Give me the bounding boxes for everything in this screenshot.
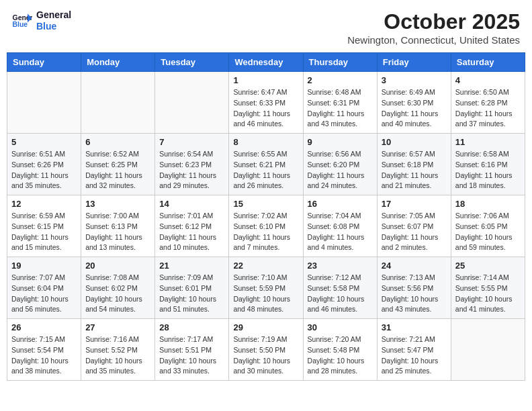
location: Newington, Connecticut, United States bbox=[347, 34, 520, 46]
weekday-header: Wednesday bbox=[229, 53, 303, 72]
day-info: Sunrise: 7:19 AMSunset: 5:50 PMDaylight:… bbox=[233, 334, 298, 377]
day-number: 13 bbox=[85, 199, 150, 209]
day-number: 16 bbox=[308, 199, 373, 209]
svg-text:Blue: Blue bbox=[13, 21, 28, 28]
day-info: Sunrise: 7:17 AMSunset: 5:51 PMDaylight:… bbox=[159, 334, 224, 377]
calendar-week-row: 26Sunrise: 7:15 AMSunset: 5:54 PMDayligh… bbox=[7, 319, 525, 381]
calendar-week-row: 12Sunrise: 6:59 AMSunset: 6:15 PMDayligh… bbox=[7, 195, 525, 257]
day-number: 8 bbox=[233, 137, 298, 147]
calendar-cell: 15Sunrise: 7:02 AMSunset: 6:10 PMDayligh… bbox=[229, 195, 303, 257]
day-number: 25 bbox=[455, 261, 521, 271]
calendar-cell bbox=[451, 319, 525, 381]
weekday-header: Saturday bbox=[451, 53, 525, 72]
calendar-cell: 9Sunrise: 6:56 AMSunset: 6:20 PMDaylight… bbox=[303, 134, 377, 195]
day-info: Sunrise: 6:50 AMSunset: 6:28 PMDaylight:… bbox=[455, 87, 521, 130]
day-info: Sunrise: 7:05 AMSunset: 6:07 PMDaylight:… bbox=[382, 211, 447, 253]
calendar-cell: 29Sunrise: 7:19 AMSunset: 5:50 PMDayligh… bbox=[229, 319, 303, 381]
calendar-cell bbox=[7, 72, 81, 134]
calendar-cell: 22Sunrise: 7:10 AMSunset: 5:59 PMDayligh… bbox=[229, 257, 303, 319]
calendar-cell: 14Sunrise: 7:01 AMSunset: 6:12 PMDayligh… bbox=[155, 195, 229, 257]
day-info: Sunrise: 6:49 AMSunset: 6:30 PMDaylight:… bbox=[382, 87, 447, 130]
calendar-cell: 1Sunrise: 6:47 AMSunset: 6:33 PMDaylight… bbox=[229, 72, 303, 134]
calendar-cell: 6Sunrise: 6:52 AMSunset: 6:25 PMDaylight… bbox=[81, 134, 155, 195]
calendar-cell: 17Sunrise: 7:05 AMSunset: 6:07 PMDayligh… bbox=[377, 195, 451, 257]
day-info: Sunrise: 6:54 AMSunset: 6:23 PMDaylight:… bbox=[159, 149, 224, 191]
day-info: Sunrise: 7:06 AMSunset: 6:05 PMDaylight:… bbox=[455, 211, 521, 253]
weekday-header: Thursday bbox=[303, 53, 377, 72]
day-number: 1 bbox=[233, 75, 298, 85]
calendar-cell: 19Sunrise: 7:07 AMSunset: 6:04 PMDayligh… bbox=[7, 257, 81, 319]
calendar-cell: 28Sunrise: 7:17 AMSunset: 5:51 PMDayligh… bbox=[155, 319, 229, 381]
calendar-cell: 26Sunrise: 7:15 AMSunset: 5:54 PMDayligh… bbox=[7, 319, 81, 381]
day-number: 19 bbox=[11, 261, 77, 271]
day-info: Sunrise: 7:20 AMSunset: 5:48 PMDaylight:… bbox=[308, 334, 373, 377]
day-info: Sunrise: 7:08 AMSunset: 6:02 PMDaylight:… bbox=[85, 273, 150, 315]
day-info: Sunrise: 7:12 AMSunset: 5:58 PMDaylight:… bbox=[308, 273, 373, 315]
day-number: 24 bbox=[382, 261, 447, 271]
day-info: Sunrise: 7:00 AMSunset: 6:13 PMDaylight:… bbox=[85, 211, 150, 253]
day-number: 14 bbox=[159, 199, 224, 209]
calendar-cell: 5Sunrise: 6:51 AMSunset: 6:26 PMDaylight… bbox=[7, 134, 81, 195]
calendar-cell: 12Sunrise: 6:59 AMSunset: 6:15 PMDayligh… bbox=[7, 195, 81, 257]
day-number: 15 bbox=[233, 199, 298, 209]
day-number: 6 bbox=[85, 137, 150, 147]
calendar-cell: 8Sunrise: 6:55 AMSunset: 6:21 PMDaylight… bbox=[229, 134, 303, 195]
page-header: General Blue General Blue October 2025 N… bbox=[7, 7, 525, 48]
calendar-cell: 4Sunrise: 6:50 AMSunset: 6:28 PMDaylight… bbox=[451, 72, 525, 134]
day-number: 4 bbox=[455, 75, 521, 85]
day-number: 2 bbox=[308, 75, 373, 85]
day-info: Sunrise: 7:02 AMSunset: 6:10 PMDaylight:… bbox=[233, 211, 298, 253]
day-number: 22 bbox=[233, 261, 298, 271]
calendar-cell: 10Sunrise: 6:57 AMSunset: 6:18 PMDayligh… bbox=[377, 134, 451, 195]
day-number: 27 bbox=[85, 322, 150, 332]
day-info: Sunrise: 7:13 AMSunset: 5:56 PMDaylight:… bbox=[382, 273, 447, 315]
title-block: October 2025 Newington, Connecticut, Uni… bbox=[347, 9, 520, 46]
calendar-header-row: SundayMondayTuesdayWednesdayThursdayFrid… bbox=[7, 53, 525, 72]
calendar-cell: 16Sunrise: 7:04 AMSunset: 6:08 PMDayligh… bbox=[303, 195, 377, 257]
calendar-cell: 20Sunrise: 7:08 AMSunset: 6:02 PMDayligh… bbox=[81, 257, 155, 319]
calendar-cell: 27Sunrise: 7:16 AMSunset: 5:52 PMDayligh… bbox=[81, 319, 155, 381]
day-info: Sunrise: 6:52 AMSunset: 6:25 PMDaylight:… bbox=[85, 149, 150, 191]
calendar-cell: 2Sunrise: 6:48 AMSunset: 6:31 PMDaylight… bbox=[303, 72, 377, 134]
day-info: Sunrise: 7:09 AMSunset: 6:01 PMDaylight:… bbox=[159, 273, 224, 315]
calendar-table: SundayMondayTuesdayWednesdayThursdayFrid… bbox=[7, 52, 525, 381]
day-number: 30 bbox=[308, 322, 373, 332]
logo-icon: General Blue bbox=[12, 13, 32, 29]
calendar-week-row: 1Sunrise: 6:47 AMSunset: 6:33 PMDaylight… bbox=[7, 72, 525, 134]
logo: General Blue General Blue bbox=[12, 9, 71, 32]
day-number: 31 bbox=[382, 322, 447, 332]
calendar-cell: 18Sunrise: 7:06 AMSunset: 6:05 PMDayligh… bbox=[451, 195, 525, 257]
day-info: Sunrise: 6:47 AMSunset: 6:33 PMDaylight:… bbox=[233, 87, 298, 130]
day-number: 9 bbox=[308, 137, 373, 147]
weekday-header: Friday bbox=[377, 53, 451, 72]
logo-text: General Blue bbox=[36, 9, 71, 32]
weekday-header: Tuesday bbox=[155, 53, 229, 72]
day-number: 3 bbox=[382, 75, 447, 85]
calendar-cell: 21Sunrise: 7:09 AMSunset: 6:01 PMDayligh… bbox=[155, 257, 229, 319]
day-number: 10 bbox=[382, 137, 447, 147]
calendar-cell: 11Sunrise: 6:58 AMSunset: 6:16 PMDayligh… bbox=[451, 134, 525, 195]
calendar-cell: 24Sunrise: 7:13 AMSunset: 5:56 PMDayligh… bbox=[377, 257, 451, 319]
day-info: Sunrise: 7:04 AMSunset: 6:08 PMDaylight:… bbox=[308, 211, 373, 253]
day-info: Sunrise: 6:57 AMSunset: 6:18 PMDaylight:… bbox=[382, 149, 447, 191]
day-number: 5 bbox=[11, 137, 77, 147]
day-number: 11 bbox=[455, 137, 521, 147]
day-number: 26 bbox=[11, 322, 77, 332]
day-number: 29 bbox=[233, 322, 298, 332]
day-info: Sunrise: 7:15 AMSunset: 5:54 PMDaylight:… bbox=[11, 334, 77, 377]
day-info: Sunrise: 6:48 AMSunset: 6:31 PMDaylight:… bbox=[308, 87, 373, 130]
calendar-cell: 30Sunrise: 7:20 AMSunset: 5:48 PMDayligh… bbox=[303, 319, 377, 381]
calendar-week-row: 19Sunrise: 7:07 AMSunset: 6:04 PMDayligh… bbox=[7, 257, 525, 319]
calendar-cell bbox=[81, 72, 155, 134]
day-number: 12 bbox=[11, 199, 77, 209]
day-info: Sunrise: 6:56 AMSunset: 6:20 PMDaylight:… bbox=[308, 149, 373, 191]
calendar-cell: 31Sunrise: 7:21 AMSunset: 5:47 PMDayligh… bbox=[377, 319, 451, 381]
day-number: 7 bbox=[159, 137, 224, 147]
calendar-cell: 13Sunrise: 7:00 AMSunset: 6:13 PMDayligh… bbox=[81, 195, 155, 257]
calendar-cell bbox=[155, 72, 229, 134]
weekday-header: Monday bbox=[81, 53, 155, 72]
day-info: Sunrise: 6:55 AMSunset: 6:21 PMDaylight:… bbox=[233, 149, 298, 191]
day-info: Sunrise: 7:10 AMSunset: 5:59 PMDaylight:… bbox=[233, 273, 298, 315]
calendar-cell: 25Sunrise: 7:14 AMSunset: 5:55 PMDayligh… bbox=[451, 257, 525, 319]
day-info: Sunrise: 7:14 AMSunset: 5:55 PMDaylight:… bbox=[455, 273, 521, 315]
